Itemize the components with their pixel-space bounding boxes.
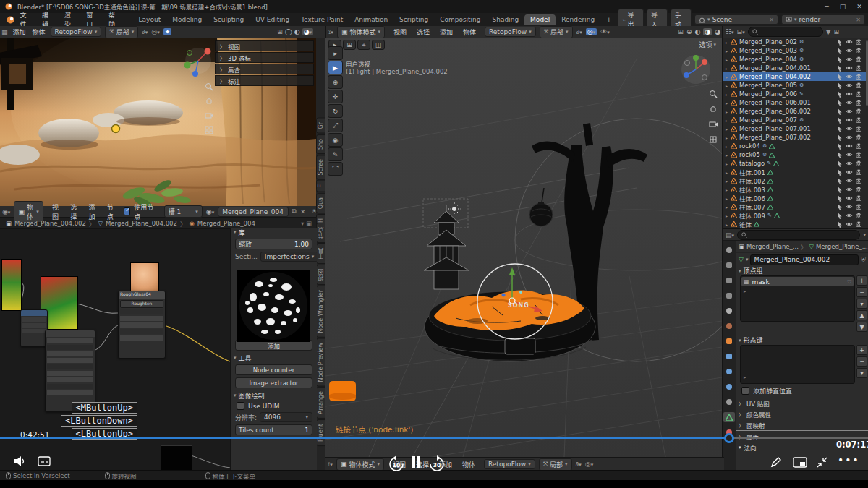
expand-arrow-icon[interactable]: ▸ [726,144,731,149]
node-canvas[interactable]: RoughGlass04 Roughten 材质输出 [0,228,230,470]
expand-arrow-icon[interactable]: ▸ [726,196,731,201]
outliner-row[interactable]: ▸锥体 [723,220,868,228]
eye-icon[interactable] [846,213,853,218]
bottom-viewport-menu-3[interactable]: 物体 [457,458,480,471]
selectable-icon[interactable] [837,108,843,115]
vp-pan-icon[interactable] [709,105,718,114]
bottom-viewport-menu-1[interactable]: 选择 [411,458,434,471]
texture-preview-thumb[interactable] [130,262,159,291]
shading-wireframe-icon[interactable]: ⊞ [678,28,684,35]
expand-arrow-icon[interactable]: ▸ [726,179,731,184]
outliner-newcoll-icon[interactable]: ⊞ [834,28,840,35]
properties-tab-material-icon[interactable] [723,427,735,437]
eye-icon[interactable] [846,152,853,158]
overlay-panel-2[interactable]: 〉集合 [215,64,314,74]
material-ball-icon[interactable]: ◉▾ [206,208,214,215]
tool-measure[interactable]: ⌒ [328,162,343,176]
proportional-edit-icon[interactable]: ◎▾ [586,28,597,35]
viewport-pill-3[interactable]: ⌖ [357,40,370,50]
eye-icon[interactable] [846,126,853,132]
outliner-row[interactable]: ▸柱体.006 [723,194,868,202]
breadcrumb-material[interactable]: Merged_Plane_004 [197,220,255,227]
workspace-tab-shading[interactable]: Shading [487,14,525,25]
vertex-groups-title[interactable]: 顶点组 [744,266,763,275]
section-dropdown[interactable]: Imperfections▾ [260,252,317,262]
selectable-icon[interactable] [837,143,843,150]
outliner-filter-icon[interactable]: ▼ [826,28,831,35]
outliner-row[interactable]: ▸Merged_Plane_004⚙ [723,55,868,64]
selectable-icon[interactable] [837,48,843,54]
eye-icon[interactable] [846,134,853,140]
properties-tab-render-icon[interactable] [723,260,735,270]
left-orientation-selector[interactable]: ⤧局部▾ [105,26,138,38]
properties-type-icon[interactable]: ▤▾ [726,231,734,239]
viewport-pill-4[interactable]: ◫ [372,40,385,50]
prop-breadcrumb-data[interactable]: Merged_Plane_... [816,243,868,250]
outliner-row[interactable]: ▸Merged_Plane_006.002 [723,107,868,116]
move-view-icon[interactable] [205,97,213,106]
camera-render-icon[interactable] [856,143,863,149]
expand-arrow-icon[interactable]: ▸ [726,83,731,88]
expand-arrow-icon[interactable]: ▸ [726,74,731,80]
shading-rendered-icon[interactable]: ◑ [703,28,712,35]
outliner-row[interactable]: ▸柱体.007 [723,202,868,211]
slot-selector[interactable]: 槽 1▾ [164,205,203,218]
vgroup-remove-button[interactable]: − [856,287,867,297]
properties-search-input[interactable] [737,230,860,240]
camera-view-icon[interactable] [205,111,213,120]
expand-arrow-icon[interactable]: ▸ [726,222,731,227]
node-sidebar-tab-6[interactable]: Fluent [316,419,326,446]
camera-render-icon[interactable] [856,195,863,201]
node-editor-type-icon[interactable]: ◉▾ [2,208,10,215]
eye-icon[interactable] [846,160,853,166]
camera-render-icon[interactable] [856,213,863,218]
vp-ortho-icon[interactable] [709,135,718,144]
eye-icon[interactable] [846,221,853,227]
left-menu-object[interactable]: 物体 [31,27,47,37]
expand-arrow-icon[interactable]: ▸ [726,127,731,132]
selectable-icon[interactable] [837,39,843,46]
bottom-proportional-icon[interactable]: ◎▾ [585,461,593,468]
overlay-panel-1[interactable]: 〉3D 游标 [215,52,314,63]
gizmo-toggle-icon[interactable]: 👁▾ [600,28,610,35]
properties-options-icon[interactable]: ▾ [863,232,866,238]
tiles-count-field[interactable]: Tiles count 1 [235,424,312,435]
outliner-row[interactable]: ▸Merged_Plane_004.002 [723,72,868,81]
eye-icon[interactable] [846,204,853,210]
camera-render-icon[interactable] [856,204,863,210]
breadcrumb-mesh[interactable]: Merged_Plane_004.002 [106,220,177,227]
collapsed-panel-1[interactable]: 〉颜色属性 [736,408,868,419]
expand-arrow-icon[interactable]: ▸ [726,57,731,62]
properties-tab-object-icon[interactable] [723,336,735,346]
expand-arrow-icon[interactable]: ▸ [726,40,731,45]
tool-rotate[interactable]: ↻ [328,104,343,118]
selectable-icon[interactable] [837,187,843,193]
camera-render-icon[interactable] [856,100,863,106]
outliner-row[interactable]: ▸Merged_Plane_007.002 [723,133,868,142]
blender-menu-icon[interactable] [6,15,14,25]
viewport-menu-2[interactable]: 添加 [435,26,458,38]
properties-tab-output-icon[interactable] [723,275,735,286]
tool-move[interactable]: ✛ [328,90,343,103]
selectable-icon[interactable] [837,221,843,228]
left-sidebar-tab-0[interactable]: Gr [316,118,326,134]
camera-render-icon[interactable] [856,134,863,140]
nav-gizmo[interactable] [680,53,712,85]
vgroup-movedown-button[interactable]: ▼ [856,322,867,332]
paint-panel-title[interactable]: 图像绘制 [239,391,265,401]
tool-cursor[interactable]: ⊕ [328,75,343,89]
workspace-tab-rendering[interactable]: Rendering [556,14,600,25]
selectable-icon[interactable] [837,126,843,132]
shading-solid-icon[interactable]: ⊕ [686,28,692,35]
camera-render-icon[interactable] [856,65,863,71]
camera-render-icon[interactable] [856,221,863,227]
pin-icon[interactable]: ⍟ [312,207,316,215]
camera-render-icon[interactable] [856,187,863,192]
vgroup-moveup-button[interactable]: ▲ [856,310,867,320]
outliner-search-input[interactable] [748,27,823,37]
vertex-group-item[interactable]: ▦ mask ⛉ [741,277,854,286]
workspace-tab-compositing[interactable]: Compositing [434,14,486,25]
node-sidebar-tab-4[interactable]: Node Preview [316,338,326,387]
orientation-selector[interactable]: ⤧局部▾ [540,26,573,38]
rest-position-checkbox[interactable] [741,387,749,395]
